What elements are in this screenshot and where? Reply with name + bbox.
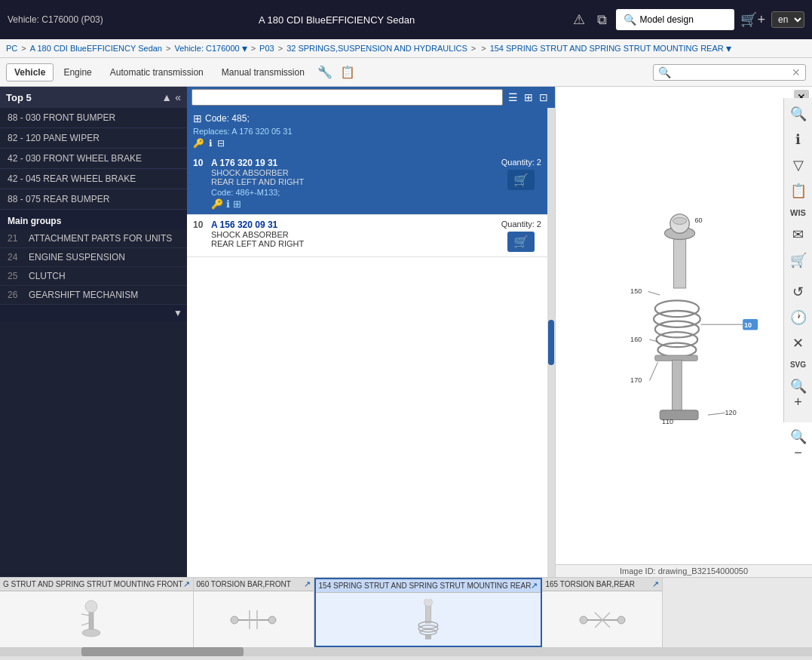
svg-text:60: 60 xyxy=(695,216,703,223)
search-icon: 🔍 xyxy=(658,66,671,78)
thumb-link-1[interactable]: ↗ xyxy=(304,579,311,589)
search-clear-btn[interactable]: ✕ xyxy=(792,66,801,78)
tab-manual-transmission[interactable]: Manual transmission xyxy=(213,63,313,81)
breadcrumb-pc[interactable]: PC xyxy=(6,44,17,53)
svg-text:160: 160 xyxy=(630,335,642,342)
breadcrumb-springs[interactable]: 32 SPRINGS,SUSPENSION AND HYDRAULICS xyxy=(286,44,467,53)
tab-auto-transmission[interactable]: Automatic transmission xyxy=(102,63,212,81)
thumb-text-3: 165 TORSION BAR,REAR xyxy=(545,580,635,588)
main-toolbar: Vehicle Engine Automatic transmission Ma… xyxy=(0,58,812,87)
svg-rect-0 xyxy=(673,233,685,288)
parts-scrollbar[interactable] xyxy=(547,108,555,577)
key-icon-0[interactable]: 🔑 xyxy=(211,198,223,210)
left-sidebar: Top 5 ▲ « 88 - 030 FRONT BUMPER 82 - 120… xyxy=(0,87,187,577)
top-cart-icon[interactable]: 🛒+ xyxy=(740,11,765,28)
part-num-0: 10 xyxy=(193,158,211,168)
doc-tool[interactable]: 📋 xyxy=(786,180,811,202)
tab-vehicle[interactable]: Vehicle xyxy=(6,63,54,81)
zoom-in-tool2[interactable]: 🔍+ xyxy=(786,375,811,413)
svg-point-27 xyxy=(82,629,100,637)
thumb-link-2[interactable]: ↗ xyxy=(531,581,538,591)
breadcrumb-strut-dropdown[interactable]: ▾ xyxy=(726,42,731,54)
breadcrumb-model[interactable]: A 180 CDI BlueEFFICIENCY Sedan xyxy=(30,44,162,53)
wis-tool[interactable]: WIS xyxy=(786,205,811,220)
rotate-tool[interactable]: ↺ xyxy=(786,281,811,303)
prev-part-info: ⊞ Code: 485; Replaces: A 176 320 05 31 🔑… xyxy=(187,108,547,153)
main-search-input[interactable] xyxy=(671,67,792,78)
recent-item-1[interactable]: 82 - 120 PANE WIPER xyxy=(0,128,187,149)
thumb-item-2[interactable]: 154 SPRING STRUT AND SPRING STRUT MOUNTI… xyxy=(314,578,543,647)
top-bar: Vehicle: C176000 (P03) A 180 CDI BlueEFF… xyxy=(0,0,812,39)
zoom-out-tool[interactable]: 🔍− xyxy=(786,425,811,464)
history-tool[interactable]: 🕐 xyxy=(786,306,811,329)
group-label-24: ENGINE SUSPENSION xyxy=(29,252,125,262)
part-search-input[interactable] xyxy=(192,89,503,106)
breadcrumb-p03[interactable]: P03 xyxy=(259,44,274,53)
svg-rect-40 xyxy=(425,634,431,639)
group-item-26[interactable]: 26 GEARSHIFT MECHANISM xyxy=(0,286,187,305)
breadcrumb-vehicle[interactable]: Vehicle: C176000 xyxy=(174,44,239,53)
svg-line-15 xyxy=(648,291,660,295)
recent-item-4[interactable]: 88 - 075 REAR BUMPER xyxy=(0,189,187,210)
breadcrumb: PC > A 180 CDI BlueEFFICIENCY Sedan > Ve… xyxy=(0,39,812,58)
info-tool[interactable]: ℹ xyxy=(786,128,811,151)
recent-item-3[interactable]: 42 - 045 REAR WHEEL BRAKE xyxy=(0,169,187,189)
copy-icon[interactable]: ⧉ xyxy=(594,9,610,31)
model-search-input[interactable] xyxy=(639,14,730,25)
breadcrumb-dropdown-icon[interactable]: ▾ xyxy=(242,42,247,54)
top-search-icon[interactable]: 🔍 xyxy=(620,11,639,29)
thumb-link-0[interactable]: ↗ xyxy=(183,579,190,589)
group-item-24[interactable]: 24 ENGINE SUSPENSION xyxy=(0,248,187,267)
part-id-1: A 156 320 09 31 xyxy=(211,219,501,230)
sidebar-scroll-down-btn[interactable]: ▼ xyxy=(172,306,184,320)
language-select[interactable]: en xyxy=(771,11,804,28)
info-icon-0[interactable]: ℹ xyxy=(226,198,230,210)
part-qty-1: Quantity: 2 🛒 xyxy=(501,219,541,252)
compact-view-icon[interactable]: ⊡ xyxy=(537,90,550,105)
top5-label: Top 5 xyxy=(6,92,32,103)
sidebar-collapse-btn[interactable]: ▲ xyxy=(161,91,172,103)
svg-point-10 xyxy=(673,217,686,224)
scrollbar-thumb[interactable] xyxy=(81,647,244,656)
bottom-scrollbar[interactable] xyxy=(0,647,812,656)
center-panel: ☰ ⊞ ⊡ ⊞ Code: 485; Replaces: A 176 320 0… xyxy=(187,87,556,577)
breadcrumb-strut[interactable]: 154 SPRING STRUT AND SPRING STRUT MOUNTI… xyxy=(490,44,724,53)
qty-text-0: Quantity: 2 xyxy=(501,158,541,167)
thumb-label-3: 165 TORSION BAR,REAR ↗ xyxy=(542,578,662,591)
sidebar-close-btn[interactable]: « xyxy=(175,91,181,103)
cart-btn-1[interactable]: 🛒 xyxy=(507,232,535,252)
tab-icon2[interactable]: 📋 xyxy=(337,63,358,81)
prev-part-replaces: Replaces: A 176 320 05 31 xyxy=(193,127,541,136)
recent-item-2[interactable]: 42 - 030 FRONT WHEEL BRAKE xyxy=(0,149,187,169)
thumb-item-1[interactable]: 060 TORSION BAR,FRONT ↗ xyxy=(194,578,314,647)
mail-tool[interactable]: ✉ xyxy=(786,223,811,246)
cart-tool[interactable]: 🛒 xyxy=(786,249,811,272)
group-item-25[interactable]: 25 CLUTCH xyxy=(0,267,187,286)
cart-btn-0[interactable]: 🛒 xyxy=(507,170,535,190)
thumb-item-0[interactable]: G STRUT AND SPRING STRUT MOUNTING FRONT … xyxy=(0,578,194,647)
thumb-item-3[interactable]: 165 TORSION BAR,REAR ↗ xyxy=(542,578,663,647)
thumb-link-3[interactable]: ↗ xyxy=(652,579,659,589)
diagram-panel: ✕ 60 xyxy=(556,87,812,577)
svg-point-5 xyxy=(657,342,696,356)
filter-tool[interactable]: ▽ xyxy=(786,154,811,177)
svg-point-1 xyxy=(655,300,699,317)
tab-engine[interactable]: Engine xyxy=(55,63,100,81)
svg-point-44 xyxy=(617,616,625,624)
recent-item-0[interactable]: 88 - 030 FRONT BUMPER xyxy=(0,108,187,128)
parts-scrollbar-thumb[interactable] xyxy=(548,320,554,365)
svg-point-2 xyxy=(654,311,700,327)
tab-icon1[interactable]: 🔧 xyxy=(314,63,336,81)
part-item-1[interactable]: 10 A 156 320 09 31 SHOCK ABSORBERREAR LE… xyxy=(187,215,547,257)
list-view-icon[interactable]: ☰ xyxy=(506,90,520,105)
close-tool[interactable]: ✕ xyxy=(786,332,811,355)
zoom-in-tool[interactable]: 🔍 xyxy=(786,103,811,125)
svg-text:110: 110 xyxy=(662,418,673,425)
main-search-box: 🔍 ✕ xyxy=(653,64,806,81)
grid-view-icon[interactable]: ⊞ xyxy=(522,90,535,105)
grid-icon-0[interactable]: ⊞ xyxy=(233,198,241,210)
group-item-21[interactable]: 21 ATTACHMENT PARTS FOR UNITS xyxy=(0,229,187,248)
part-item-0[interactable]: 10 A 176 320 19 31 SHOCK ABSORBERREAR LE… xyxy=(187,153,547,215)
warning-icon[interactable]: ⚠ xyxy=(570,8,588,31)
svg-tool[interactable]: SVG xyxy=(786,358,811,372)
